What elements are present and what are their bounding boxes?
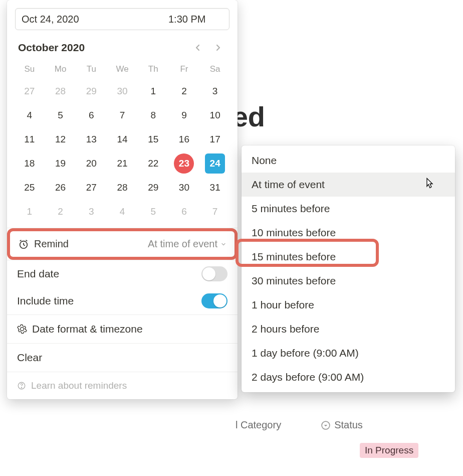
- remind-option[interactable]: 5 minutes before: [242, 197, 455, 221]
- calendar-day[interactable]: 21: [107, 151, 138, 176]
- learn-reminders-link[interactable]: Learn about reminders: [7, 372, 238, 399]
- calendar-day[interactable]: 30: [169, 176, 200, 200]
- next-month-button[interactable]: [209, 39, 226, 56]
- calendar-day[interactable]: 3: [199, 79, 230, 103]
- calendar-day[interactable]: 31: [199, 176, 230, 200]
- remind-option[interactable]: 2 hours before: [242, 317, 455, 341]
- dow-header: We: [107, 59, 138, 79]
- category-property[interactable]: l Category: [236, 419, 281, 431]
- calendar-day[interactable]: 11: [14, 127, 45, 151]
- calendar-day[interactable]: 1: [138, 79, 169, 103]
- chevron-down-icon: [220, 238, 226, 250]
- prev-month-button[interactable]: [189, 39, 206, 56]
- calendar-day[interactable]: 12: [45, 127, 76, 151]
- calendar-day[interactable]: 25: [14, 176, 45, 200]
- remind-option[interactable]: 10 minutes before: [242, 221, 455, 245]
- calendar-day[interactable]: 2: [169, 79, 200, 103]
- include-time-row[interactable]: Include time: [7, 287, 238, 314]
- calendar-day[interactable]: 7: [107, 103, 138, 127]
- calendar-day[interactable]: 5: [138, 200, 169, 224]
- calendar-day[interactable]: 27: [14, 79, 45, 103]
- calendar-day[interactable]: 2: [45, 200, 76, 224]
- status-label: Status: [334, 419, 363, 431]
- time-input[interactable]: [154, 9, 301, 30]
- calendar-day[interactable]: 28: [107, 176, 138, 200]
- dow-header: Fr: [169, 59, 200, 79]
- gear-icon: [17, 324, 27, 334]
- clear-label: Clear: [17, 352, 42, 364]
- end-date-label: End date: [17, 268, 59, 280]
- remind-label: Remind: [34, 238, 69, 250]
- calendar-day[interactable]: 3: [76, 200, 107, 224]
- calendar-day[interactable]: 10: [199, 103, 230, 127]
- status-badge[interactable]: In Progress: [360, 443, 418, 458]
- dow-header: Th: [138, 59, 169, 79]
- calendar-day[interactable]: 29: [138, 176, 169, 200]
- date-format-label: Date format & timezone: [32, 323, 143, 335]
- calendar-day[interactable]: 19: [45, 151, 76, 176]
- remind-row[interactable]: Remind At time of event: [10, 231, 235, 257]
- calendar-day[interactable]: 8: [138, 103, 169, 127]
- help-icon: [17, 381, 26, 390]
- remind-options-menu: NoneAt time of event5 minutes before10 m…: [242, 145, 455, 392]
- calendar-day[interactable]: 23: [169, 151, 200, 176]
- remind-option[interactable]: 30 minutes before: [242, 269, 455, 293]
- calendar-day[interactable]: 28: [45, 79, 76, 103]
- learn-label: Learn about reminders: [31, 380, 127, 391]
- calendar-day[interactable]: 17: [199, 127, 230, 151]
- property-header-row: l Category Status: [236, 419, 363, 431]
- dow-header: Sa: [199, 59, 230, 79]
- include-time-label: Include time: [17, 295, 74, 307]
- calendar-day[interactable]: 5: [45, 103, 76, 127]
- calendar-day[interactable]: 14: [107, 127, 138, 151]
- remind-option[interactable]: 1 hour before: [242, 293, 455, 317]
- dow-header: Su: [14, 59, 45, 79]
- clear-button[interactable]: Clear: [7, 344, 238, 372]
- cursor-icon: [423, 177, 435, 193]
- calendar-day[interactable]: 6: [169, 200, 200, 224]
- remind-option[interactable]: 2 days before (9:00 AM): [242, 365, 455, 389]
- calendar-day[interactable]: 29: [76, 79, 107, 103]
- calendar-day[interactable]: 26: [45, 176, 76, 200]
- remind-row-highlight: Remind At time of event: [7, 228, 238, 260]
- remind-option[interactable]: At time of event: [242, 173, 455, 197]
- calendar-day[interactable]: 1: [14, 200, 45, 224]
- remind-value: At time of event: [148, 238, 226, 250]
- calendar-day[interactable]: 24: [199, 151, 230, 176]
- calendar-grid: SuMoTuWeThFrSa27282930123456789101112131…: [7, 59, 238, 228]
- calendar-day[interactable]: 4: [107, 200, 138, 224]
- status-property[interactable]: Status: [321, 419, 363, 431]
- calendar-day[interactable]: 9: [169, 103, 200, 127]
- svg-point-3: [21, 387, 22, 388]
- alarm-icon: [18, 239, 29, 250]
- calendar-day[interactable]: 6: [76, 103, 107, 127]
- end-date-toggle[interactable]: [201, 266, 227, 281]
- month-nav-row: October 2020: [7, 39, 238, 59]
- calendar-day[interactable]: 22: [138, 151, 169, 176]
- remind-option[interactable]: 1 day before (9:00 AM): [242, 341, 455, 365]
- calendar-day[interactable]: 7: [199, 200, 230, 224]
- date-picker-panel: October 2020 SuMoTuWeThFrSa2728293012345…: [7, 0, 238, 399]
- end-date-row[interactable]: End date: [7, 260, 238, 287]
- dropdown-icon: [321, 421, 330, 430]
- date-format-row[interactable]: Date format & timezone: [7, 315, 238, 343]
- month-label: October 2020: [18, 42, 186, 54]
- calendar-day[interactable]: 27: [76, 176, 107, 200]
- calendar-day[interactable]: 18: [14, 151, 45, 176]
- calendar-day[interactable]: 13: [76, 127, 107, 151]
- calendar-day[interactable]: 15: [138, 127, 169, 151]
- calendar-day[interactable]: 16: [169, 127, 200, 151]
- include-time-toggle[interactable]: [201, 293, 227, 308]
- remind-option[interactable]: 15 minutes before: [242, 245, 455, 269]
- date-input[interactable]: [16, 9, 154, 30]
- category-label: l Category: [236, 419, 281, 431]
- calendar-day[interactable]: 4: [14, 103, 45, 127]
- calendar-day[interactable]: 20: [76, 151, 107, 176]
- date-time-input-row: [15, 8, 229, 30]
- calendar-day[interactable]: 30: [107, 79, 138, 103]
- remind-option[interactable]: None: [242, 148, 455, 173]
- dow-header: Mo: [45, 59, 76, 79]
- dow-header: Tu: [76, 59, 107, 79]
